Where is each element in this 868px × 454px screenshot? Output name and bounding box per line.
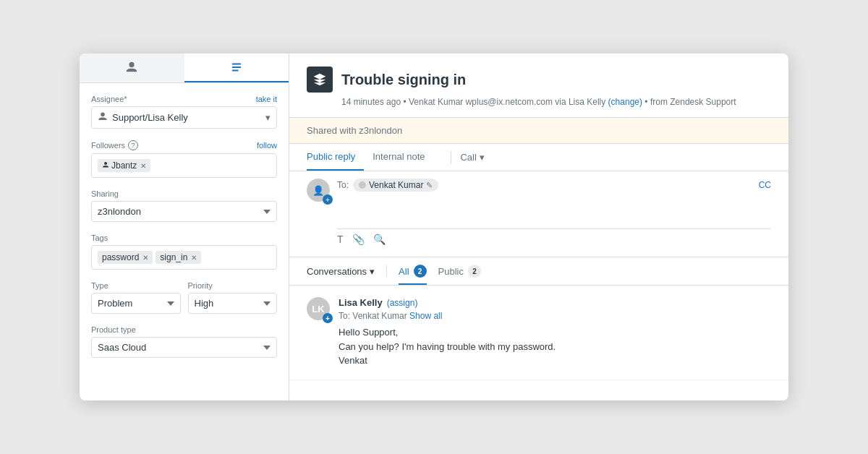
sharing-select[interactable]: z3nlondon	[91, 201, 277, 222]
filter-all-label: All	[399, 266, 409, 277]
right-panel: Trouble signing in 14 minutes ago • Venk…	[289, 53, 788, 401]
ticket-meta: 14 minutes ago • Venkat Kumar wplus@ix.n…	[307, 97, 771, 107]
reply-area: Public reply Internal note Call ▾ 👤 + To…	[289, 144, 788, 257]
msg-assign-link[interactable]: (assign)	[387, 298, 418, 308]
remove-tag-signin-btn[interactable]: ✕	[191, 254, 197, 262]
assignee-label: Assignee*	[91, 95, 127, 103]
msg-to: To: Venkat Kumar Show all	[339, 311, 771, 321]
filter-all[interactable]: All 2	[399, 265, 426, 285]
recipient-name: Venkat Kumar	[369, 180, 423, 190]
priority-field-group: Priority High	[188, 281, 278, 314]
assignee-chevron-icon: ▾	[265, 112, 271, 123]
call-label: Call	[460, 152, 476, 163]
follow-link[interactable]: follow	[257, 141, 277, 150]
msg-line-2: Can you help? I'm having trouble with my…	[339, 340, 771, 354]
left-tabs	[80, 53, 289, 83]
msg-to-label: To: Venkat Kumar	[339, 311, 407, 321]
ticket-header: Trouble signing in 14 minutes ago • Venk…	[289, 53, 788, 118]
svg-rect-0	[231, 64, 241, 65]
ticket-email: wplus@ix.netcom.com	[466, 97, 553, 107]
conversations-header: Conversations ▾ All 2 Public 2	[289, 257, 788, 286]
type-label: Type	[91, 281, 181, 290]
follower-person-icon	[102, 160, 109, 171]
reply-tabs: Public reply Internal note Call ▾	[289, 144, 788, 171]
type-field-group: Type Problem	[91, 281, 181, 314]
composer-body: To: Venkat Kumar ✎ CC T 📎 🔍	[337, 179, 771, 249]
filter-all-badge: 2	[414, 265, 427, 278]
reply-input[interactable]	[337, 197, 771, 226]
take-it-link[interactable]: take it	[256, 95, 277, 103]
msg-header: Lisa Kelly (assign)	[339, 297, 771, 308]
tag-password: password ✕	[98, 251, 153, 264]
left-content: Assignee* take it Support/Lisa Kelly ▾	[80, 83, 289, 401]
shared-banner: Shared with z3nlondon	[289, 118, 788, 144]
svg-rect-1	[231, 67, 241, 68]
attach-file-icon[interactable]: 📎	[352, 234, 365, 245]
remove-tag-password-btn[interactable]: ✕	[142, 254, 148, 262]
tab-ticket[interactable]	[184, 53, 289, 82]
cc-link[interactable]: CC	[759, 180, 771, 190]
svg-rect-2	[231, 70, 238, 72]
conversations-divider	[386, 265, 387, 277]
composer-avatar: 👤 +	[307, 179, 330, 202]
followers-info-icon[interactable]: ?	[128, 140, 138, 150]
followers-input[interactable]: Jbantz ✕	[91, 153, 277, 178]
avatar-initials: 👤	[312, 185, 324, 196]
tab-internal-note[interactable]: Internal note	[373, 144, 433, 171]
assignee-person-icon	[98, 111, 108, 124]
assignee-field-group: Assignee* take it Support/Lisa Kelly ▾	[91, 95, 277, 129]
priority-select[interactable]: High	[188, 293, 278, 314]
priority-label: Priority	[188, 281, 278, 290]
tags-label: Tags	[91, 234, 277, 242]
recipient-dot	[359, 181, 366, 189]
ticket-title: Trouble signing in	[341, 72, 466, 88]
msg-line-1: Hello Support,	[339, 325, 771, 340]
msg-body: Lisa Kelly (assign) To: Venkat Kumar Sho…	[339, 297, 771, 368]
ticket-brand-avatar	[307, 67, 333, 93]
conversations-title-label: Conversations	[307, 266, 367, 277]
followers-label: Followers ?	[91, 140, 138, 150]
remove-follower-btn[interactable]: ✕	[140, 162, 146, 170]
tab-public-reply[interactable]: Public reply	[307, 144, 364, 171]
message-item: LK + Lisa Kelly (assign) To: Venkat Kuma…	[289, 286, 788, 380]
edit-recipient-icon[interactable]: ✎	[426, 181, 433, 190]
search-content-icon[interactable]: 🔍	[373, 234, 386, 245]
follower-name: Jbantz	[111, 160, 137, 171]
tab-call[interactable]: Call ▾	[460, 145, 484, 170]
assignee-value: Support/Lisa Kelly	[112, 112, 188, 123]
assignee-select[interactable]: Support/Lisa Kelly ▾	[91, 106, 277, 129]
composer-toolbar: T 📎 🔍	[337, 228, 771, 249]
followers-label-row: Followers ? follow	[91, 140, 277, 150]
type-select[interactable]: Problem	[91, 293, 181, 314]
conversations-chevron-icon: ▾	[370, 266, 375, 277]
tags-field-group: Tags password ✕ sign_in ✕	[91, 234, 277, 270]
sharing-field-group: Sharing z3nlondon	[91, 189, 277, 222]
ticket-via: via Lisa Kelly	[555, 97, 605, 107]
recipient-badge[interactable]: Venkat Kumar ✎	[353, 179, 438, 192]
msg-avatar-add-btn[interactable]: +	[323, 313, 333, 323]
filter-public[interactable]: Public 2	[438, 265, 481, 278]
add-attachment-btn[interactable]: +	[323, 194, 333, 205]
tab-user[interactable]	[80, 53, 184, 82]
ticket-time: 14 minutes ago	[341, 97, 401, 107]
filter-public-label: Public	[438, 266, 464, 277]
msg-show-all-link[interactable]: Show all	[409, 311, 442, 321]
msg-avatar: LK +	[307, 297, 330, 320]
conversations-area: Conversations ▾ All 2 Public 2 LK +	[289, 257, 788, 401]
to-field: To: Venkat Kumar ✎ CC	[337, 179, 771, 192]
ticket-title-row: Trouble signing in	[307, 67, 771, 93]
main-window: Assignee* take it Support/Lisa Kelly ▾	[80, 53, 788, 401]
sharing-label: Sharing	[91, 189, 277, 198]
tab-divider	[451, 151, 451, 164]
to-label: To:	[337, 180, 349, 190]
product-type-field-group: Product type Saas Cloud	[91, 325, 277, 358]
format-text-icon[interactable]: T	[337, 234, 344, 245]
ticket-change-link[interactable]: (change)	[608, 97, 642, 107]
reply-composer: 👤 + To: Venkat Kumar ✎ CC	[289, 171, 788, 257]
msg-line-3: Venkat	[339, 354, 771, 368]
ticket-source: from Zendesk Support	[650, 97, 736, 107]
conversations-title[interactable]: Conversations ▾	[307, 266, 375, 277]
product-type-select[interactable]: Saas Cloud	[91, 337, 277, 358]
follower-jbantz: Jbantz ✕	[98, 159, 150, 172]
tags-input[interactable]: password ✕ sign_in ✕	[91, 245, 277, 270]
